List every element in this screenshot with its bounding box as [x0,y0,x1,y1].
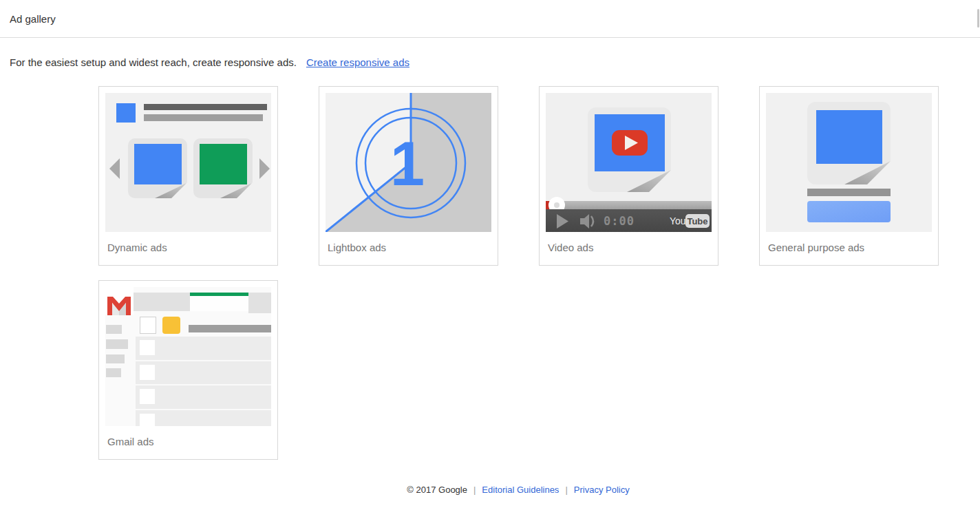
youtube-play-icon [612,130,648,156]
video-ad-slide [588,107,672,193]
tab-active [190,296,248,311]
gmail-ads-thumbnail [105,287,271,426]
copyright-text: © 2017 Google [407,485,467,495]
ad-card-video[interactable]: 0:00 You Tube Video ads [539,86,718,266]
footer-separator: | [565,485,567,495]
ad-gallery-page: Ad gallery For the easiest setup and wid… [0,0,980,519]
dynamic-ads-thumbnail [105,93,271,232]
gmail-tabs [134,293,271,313]
youtube-logo: You Tube [670,214,710,228]
ad-slide-green [193,138,253,199]
ad-card-gmail[interactable]: Gmail ads [98,280,278,460]
general-purpose-ads-thumbnail [766,93,932,232]
page-header: Ad gallery [0,0,980,38]
checkbox [140,317,156,334]
card-label: Lightbox ads [326,232,491,253]
subline-bar [144,114,263,121]
lightbox-ads-thumbnail: 1 [326,93,491,232]
logo-square [116,103,136,123]
ad-card-dynamic[interactable]: Dynamic ads [98,86,278,266]
intro-row: For the easiest setup and widest reach, … [0,38,980,68]
tab-active-indicator [190,293,248,296]
intro-text: For the easiest setup and widest reach, … [10,56,297,68]
footer-separator: | [473,485,476,495]
label-chip [162,317,180,334]
ad-card-lightbox[interactable]: 1 Lightbox ads [319,86,498,266]
subject-bar [189,325,271,332]
tab-inactive [248,293,271,313]
card-label: Video ads [546,232,712,253]
ad-gallery-grid: Dynamic ads 1 Lightbox ads [98,86,980,460]
card-label: General purpose ads [766,232,932,253]
headline-bar [144,104,267,110]
ad-card-general-purpose[interactable]: General purpose ads [759,86,939,266]
page-footer: © 2017 Google|Editorial Guidelines|Priva… [0,485,980,513]
editorial-guidelines-link[interactable]: Editorial Guidelines [482,485,559,495]
card-label: Gmail ads [105,426,271,447]
video-time: 0:00 [604,214,635,228]
privacy-policy-link[interactable]: Privacy Policy [574,485,630,495]
text-line-bar [807,189,891,196]
countdown-number: 1 [390,129,425,198]
card-label: Dynamic ads [105,232,271,253]
cta-bar [807,201,891,222]
scrollbar-thumb[interactable] [977,9,979,28]
youtube-logo-tube: Tube [687,216,707,226]
display-ad-slide [807,102,891,185]
tab-inactive [134,293,190,311]
video-ads-thumbnail: 0:00 You Tube [546,93,712,232]
page-title: Ad gallery [10,13,56,25]
create-responsive-ads-link[interactable]: Create responsive ads [306,56,409,68]
ad-slide-blue [128,138,187,199]
gmail-mail-list [136,337,271,426]
video-control-bar: 0:00 You Tube [546,209,712,232]
youtube-logo-you: You [670,215,686,226]
